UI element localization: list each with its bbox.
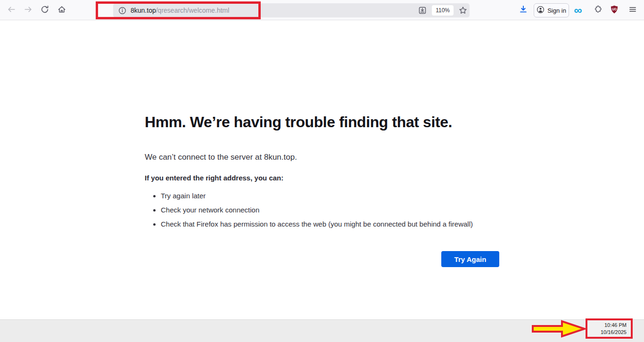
suggestion-item: Try again later — [161, 192, 499, 200]
button-row: Try Again — [145, 251, 499, 267]
suggestion-item: Check that Firefox has permission to acc… — [161, 220, 499, 228]
url-path: /qresearch/welcome.html — [156, 7, 230, 14]
downloads-button[interactable] — [516, 3, 530, 17]
page-title: Hmm. We’re having trouble finding that s… — [145, 113, 499, 131]
address-bar[interactable]: 8kun.top/qresearch/welcome.html 110% — [113, 3, 470, 17]
try-again-button[interactable]: Try Again — [441, 251, 499, 267]
menu-button[interactable] — [626, 3, 640, 17]
reload-icon — [41, 5, 49, 16]
zoom-level-indicator[interactable]: 110% — [432, 5, 454, 16]
error-page-content: Hmm. We’re having trouble finding that s… — [145, 113, 499, 267]
back-button[interactable] — [4, 3, 18, 17]
suggestion-item: Check your network connection — [161, 206, 499, 214]
extension-infinity-button[interactable]: ∞ — [571, 3, 585, 17]
browser-toolbar: 8kun.top/qresearch/welcome.html 110% Sig… — [0, 0, 644, 20]
puzzle-piece-icon — [593, 5, 602, 16]
save-page-icon[interactable] — [418, 6, 427, 15]
advice-heading: If you entered the right address, you ca… — [145, 173, 499, 182]
ublock-origin-button[interactable]: UO — [607, 3, 621, 17]
clock-date: 10/16/2025 — [601, 329, 627, 336]
back-arrow-icon — [7, 5, 16, 16]
error-message: We can’t connect to the server at 8kun.t… — [145, 152, 499, 163]
home-icon — [58, 5, 66, 16]
sign-in-label: Sign in — [547, 7, 566, 14]
hamburger-menu-icon — [628, 5, 637, 16]
extensions-button[interactable] — [590, 3, 604, 17]
url-host: 8kun.top — [131, 7, 156, 14]
svg-text:UO: UO — [612, 8, 617, 11]
forward-button[interactable] — [21, 3, 35, 17]
home-button[interactable] — [55, 3, 69, 17]
forward-arrow-icon — [24, 5, 33, 16]
suggestion-list: Try again later Check your network conne… — [145, 192, 499, 228]
ublock-shield-icon: UO — [610, 5, 619, 16]
taskbar-clock[interactable]: 10:46 PM 10/16/2025 — [586, 318, 633, 339]
account-icon — [537, 6, 545, 15]
clock-time: 10:46 PM — [604, 322, 627, 329]
site-info-icon[interactable] — [118, 7, 126, 15]
reload-button[interactable] — [38, 3, 52, 17]
url-text[interactable]: 8kun.top/qresearch/welcome.html — [131, 7, 229, 14]
sign-in-button[interactable]: Sign in — [534, 3, 569, 17]
taskbar[interactable] — [0, 319, 644, 342]
infinity-icon: ∞ — [574, 5, 582, 16]
bookmark-star-icon[interactable] — [459, 6, 467, 15]
download-icon — [519, 5, 528, 16]
